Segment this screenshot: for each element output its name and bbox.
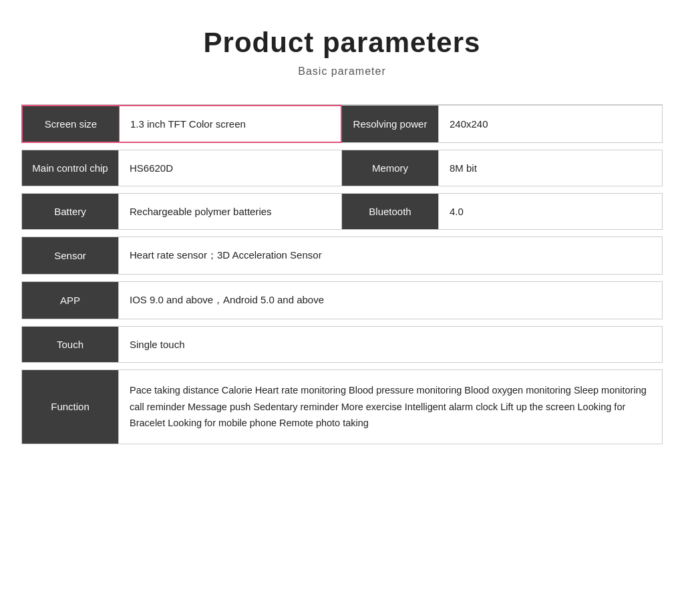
row-sensor: Sensor Heart rate sensor；3D Acceleration… [21,237,663,275]
app-label: APP [22,282,119,319]
function-label: Function [22,370,119,444]
screen-size-cell: Screen size 1.3 inch TFT Color screen [21,105,342,143]
resolving-power-cell: Resolving power 240x240 [342,105,663,143]
main-chip-value: HS6620D [119,150,341,186]
screen-size-label: Screen size [23,106,120,142]
battery-label: Battery [22,194,119,229]
main-chip-label: Main control chip [22,150,119,186]
memory-label: Memory [342,150,439,186]
function-value: Pace taking distance Calorie Heart rate … [119,370,662,444]
bluetooth-value: 4.0 [439,194,662,229]
resolving-power-label: Resolving power [342,106,439,142]
bluetooth-label: Bluetooth [342,194,439,229]
sensor-value: Heart rate sensor；3D Acceleration Sensor [119,237,662,274]
screen-size-value: 1.3 inch TFT Color screen [120,106,341,142]
page-subtitle: Basic parameter [21,65,663,78]
touch-label: Touch [22,327,119,362]
row-app: APP IOS 9.0 and above，Android 5.0 and ab… [21,281,663,319]
row-battery-bluetooth: Battery Rechargeable polymer batteries B… [21,193,663,230]
touch-value: Single touch [119,327,662,362]
row-function: Function Pace taking distance Calorie He… [21,369,663,444]
page-title: Product parameters [21,27,663,59]
row-touch: Touch Single touch [21,326,663,363]
product-parameters-page: Product parameters Basic parameter Scree… [21,27,663,444]
battery-cell: Battery Rechargeable polymer batteries [21,193,342,230]
memory-value: 8M bit [439,150,662,186]
resolving-power-value: 240x240 [439,106,662,142]
memory-cell: Memory 8M bit [342,150,663,186]
bluetooth-cell: Bluetooth 4.0 [342,193,663,230]
sensor-label: Sensor [22,237,119,274]
row-chip-memory: Main control chip HS6620D Memory 8M bit [21,150,663,186]
main-chip-cell: Main control chip HS6620D [21,150,342,186]
row-screen-resolving: Screen size 1.3 inch TFT Color screen Re… [21,104,663,143]
battery-value: Rechargeable polymer batteries [119,194,341,229]
app-value: IOS 9.0 and above，Android 5.0 and above [119,282,662,319]
